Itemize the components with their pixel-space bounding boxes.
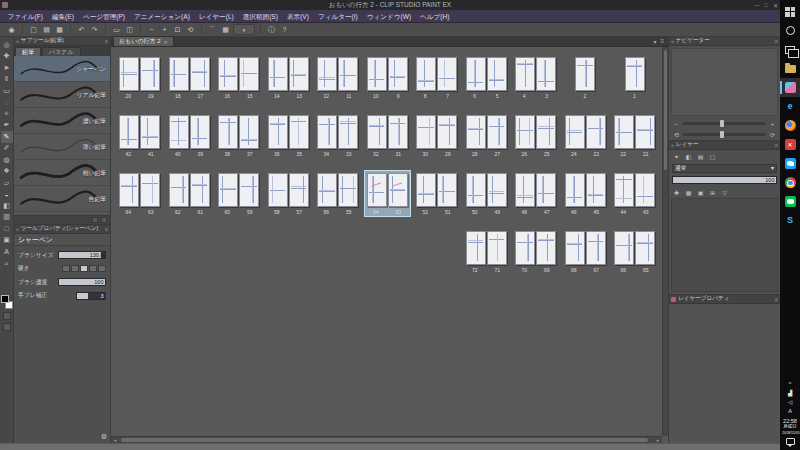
subtool-item-4[interactable]: 薄い鉛筆: [14, 134, 110, 160]
panel-menu-icon[interactable]: ≡: [105, 38, 108, 44]
new-layer-icon[interactable]: ✚: [672, 189, 681, 196]
hardness-steps[interactable]: [62, 265, 106, 272]
layer-ruler-icon[interactable]: ▤: [696, 153, 705, 160]
collapse-icon[interactable]: «: [671, 142, 674, 148]
page-thumbnail[interactable]: 65: [464, 55, 509, 100]
rotate-right-icon[interactable]: ⟳: [768, 131, 777, 138]
volume-icon[interactable]: ◁: [788, 398, 792, 406]
page-thumbnail[interactable]: 3433: [315, 113, 360, 158]
text-tool[interactable]: A: [1, 246, 13, 258]
page-thumbnail[interactable]: 2625: [513, 113, 558, 158]
page-thumbnail[interactable]: 1413: [266, 55, 311, 100]
firefox-button[interactable]: [780, 116, 800, 135]
panel-menu-icon[interactable]: ≡: [105, 226, 108, 232]
panel-menu-icon[interactable]: ≡: [775, 142, 778, 148]
menu-item-5[interactable]: レイヤー(L): [194, 10, 238, 23]
layer-opacity-slider[interactable]: 100: [672, 176, 777, 184]
rotate-left-icon[interactable]: ⟲: [672, 131, 681, 138]
tab-list-icon[interactable]: ▾: [653, 38, 656, 45]
page-thumbnail[interactable]: 4443: [612, 171, 657, 216]
duplicate-layer-icon[interactable]: ▣: [696, 189, 705, 196]
chrome-button[interactable]: [780, 173, 800, 192]
page-thumbnail[interactable]: 4847: [513, 171, 558, 216]
maximize-button[interactable]: □: [764, 2, 768, 8]
foreground-color-chip[interactable]: [1, 295, 9, 303]
subtool-item-2[interactable]: リアル鉛筆: [14, 82, 110, 108]
auto-select-tool[interactable]: ◌: [1, 97, 13, 109]
help-icon[interactable]: ?: [279, 24, 290, 35]
page-thumbnail[interactable]: 5251: [414, 171, 459, 216]
title-bar[interactable]: おもいの行方 2 - CLIP STUDIO PAINT EX ─ □ ✕: [0, 0, 780, 10]
figure-tool[interactable]: □: [1, 223, 13, 235]
zoom-out-icon[interactable]: −: [672, 121, 681, 127]
brush-tool[interactable]: ✐: [1, 143, 13, 155]
zoom-tool[interactable]: ◎: [1, 39, 13, 51]
swap-colors-icon[interactable]: [3, 312, 11, 320]
menu-item-6[interactable]: 選択範囲(S): [238, 10, 282, 23]
merge-layer-icon[interactable]: ⊞: [708, 189, 717, 196]
page-thumbnail[interactable]: 2: [563, 55, 608, 100]
page-thumbnail[interactable]: 6665: [612, 229, 657, 274]
clip-studio-button[interactable]: ✕: [780, 135, 800, 154]
deselect-icon[interactable]: ◫: [124, 24, 135, 35]
skype-button[interactable]: S: [780, 211, 800, 230]
page-thumbnail[interactable]: 2827: [464, 113, 509, 158]
save-icon[interactable]: ▦: [54, 24, 65, 35]
menu-item-9[interactable]: ウィンドウ(W): [362, 10, 415, 23]
page-thumbnail[interactable]: 2221: [612, 113, 657, 158]
redo-icon[interactable]: ↷: [89, 24, 100, 35]
eyedropper-tool[interactable]: ✧: [1, 108, 13, 120]
layer-palette-icon[interactable]: ▢: [708, 153, 717, 160]
panel-menu-icon[interactable]: ≡: [775, 38, 778, 44]
new-folder-icon[interactable]: ▦: [684, 189, 693, 196]
ime-indicator[interactable]: A: [788, 407, 792, 415]
color-set-icon[interactable]: [3, 323, 11, 331]
menu-item-2[interactable]: 編集(E): [47, 10, 78, 23]
clip-studio-paint-button[interactable]: [780, 78, 800, 97]
document-tab[interactable]: おもいの行方 2 ✕: [113, 36, 174, 46]
rotate-view-icon[interactable]: ⟲: [185, 24, 196, 35]
collapse-icon[interactable]: «: [16, 226, 19, 232]
menu-item-8[interactable]: フィルター(I): [313, 10, 362, 23]
correction-tool[interactable]: ≈: [1, 258, 13, 270]
zoom-out-icon[interactable]: −: [146, 24, 157, 35]
blend-tool[interactable]: ◒: [1, 189, 13, 201]
property-slider[interactable]: 130.0: [58, 251, 106, 259]
menu-item-10[interactable]: ヘルプ(H): [416, 10, 454, 23]
start-button[interactable]: [780, 2, 800, 21]
page-thumbnail[interactable]: 6463: [117, 171, 162, 216]
edge-button[interactable]: e: [780, 97, 800, 116]
subtool-tab-パステル[interactable]: パステル: [42, 47, 81, 56]
page-thumbnail[interactable]: 2423: [563, 113, 608, 158]
subtool-item-5[interactable]: 粗い鉛筆: [14, 160, 110, 186]
gradient-tool[interactable]: ▥: [1, 212, 13, 224]
snap-ruler-icon[interactable]: ⌒: [207, 24, 218, 35]
page-thumbnail[interactable]: 1817: [167, 55, 212, 100]
layer-effect-icon[interactable]: ✦: [672, 153, 681, 160]
collapse-icon[interactable]: «: [671, 38, 674, 44]
page-thumbnail[interactable]: 1615: [216, 55, 261, 100]
page-thumbnail[interactable]: 43: [513, 55, 558, 100]
layer-move-tool[interactable]: ⇕: [1, 74, 13, 86]
eye-icon[interactable]: ◉: [6, 24, 17, 35]
layer-mask-icon[interactable]: ◧: [684, 153, 693, 160]
page-thumbnail[interactable]: 1211: [315, 55, 360, 100]
menu-item-7[interactable]: 表示(V): [282, 10, 313, 23]
undo-icon[interactable]: ↶: [76, 24, 87, 35]
page-thumbnail[interactable]: 3231: [365, 113, 410, 158]
page-thumbnail[interactable]: 3837: [216, 113, 261, 158]
menu-item-4[interactable]: アニメーション(A): [129, 10, 194, 23]
pen-tool[interactable]: ✒: [1, 120, 13, 132]
snap-grid-icon[interactable]: ▦: [220, 24, 231, 35]
info-icon[interactable]: ⓘ: [266, 24, 277, 35]
panel-menu-icon[interactable]: ≡: [775, 296, 778, 302]
page-thumbnail[interactable]: 6261: [167, 171, 212, 216]
eraser-tool[interactable]: ▱: [1, 177, 13, 189]
blend-mode-select[interactable]: 通常 ▾: [672, 164, 777, 173]
page-thumbnail[interactable]: 4039: [167, 113, 212, 158]
fit-view-icon[interactable]: ⊡: [172, 24, 183, 35]
selection-tool[interactable]: ▭: [1, 85, 13, 97]
menu-item-3[interactable]: ページ管理(P): [78, 10, 129, 23]
pencil-tool[interactable]: ✎: [1, 131, 13, 143]
page-thumbnail[interactable]: 4645: [563, 171, 608, 216]
